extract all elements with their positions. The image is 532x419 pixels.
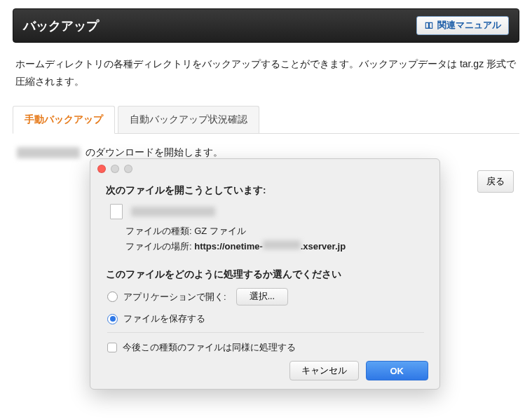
download-status-line: のダウンロードを開始します。 (17, 146, 515, 159)
open-with-label: アプリケーションで開く: (123, 291, 226, 303)
cancel-button[interactable]: キャンセル (289, 361, 359, 380)
minimize-icon (111, 165, 119, 173)
zoom-icon (124, 165, 132, 173)
radio-save-file[interactable] (107, 314, 118, 324)
ok-button[interactable]: OK (366, 361, 429, 380)
dialog-file-meta: ファイルの種類: GZ ファイル ファイルの場所: https://onetim… (125, 224, 424, 254)
filesrc-label: ファイルの場所: (125, 241, 192, 252)
tab-auto-backup-status[interactable]: 自動バックアップ状況確認 (118, 106, 259, 133)
download-dialog: 次のファイルを開こうとしています: ファイルの種類: GZ ファイル ファイルの… (90, 158, 440, 390)
filetype-value: GZ ファイル (194, 226, 246, 236)
dialog-footer: キャンセル OK (289, 361, 429, 380)
dialog-titlebar (90, 159, 439, 179)
file-icon (110, 204, 123, 219)
tab-manual-backup[interactable]: 手動バックアップ (13, 106, 115, 134)
back-button[interactable]: 戻る (477, 170, 514, 193)
close-icon[interactable] (97, 165, 106, 173)
tab-bar: 手動バックアップ 自動バックアップ状況確認 (13, 106, 519, 134)
redacted-host-part (263, 240, 301, 249)
remember-choice-label: 今後この種類のファイルは同様に処理する (123, 341, 296, 354)
page-title: バックアップ (23, 18, 99, 34)
dialog-heading: 次のファイルを開こうとしています: (106, 184, 424, 197)
redacted-name (17, 147, 80, 158)
download-status-text: のダウンロードを開始します。 (86, 146, 223, 159)
related-manual-label: 関連マニュアル (437, 20, 501, 32)
redacted-filename (131, 207, 215, 217)
host-prefix: https://onetime- (194, 241, 263, 252)
book-icon (424, 21, 434, 31)
radio-save-file-row[interactable]: ファイルを保存する (107, 312, 424, 325)
remember-choice-row[interactable]: 今後この種類のファイルは同様に処理する (107, 332, 424, 354)
page-header-bar: バックアップ 関連マニュアル (13, 8, 519, 43)
select-app-button[interactable]: 選択... (236, 288, 288, 305)
host-suffix: .xserver.jp (301, 241, 346, 252)
radio-open-with[interactable] (107, 291, 118, 302)
related-manual-button[interactable]: 関連マニュアル (416, 16, 509, 35)
remember-choice-checkbox[interactable] (107, 343, 117, 352)
filetype-label: ファイルの種類: (125, 226, 192, 236)
save-file-label: ファイルを保存する (123, 312, 205, 325)
page-description: ホームディレクトリの各種ディレクトリをバックアップすることができます。バックアッ… (15, 55, 517, 90)
dialog-question: このファイルをどのように処理するか選んでください (106, 268, 424, 281)
radio-open-with-row[interactable]: アプリケーションで開く: 選択... (107, 288, 424, 305)
dialog-file-row (110, 204, 424, 219)
